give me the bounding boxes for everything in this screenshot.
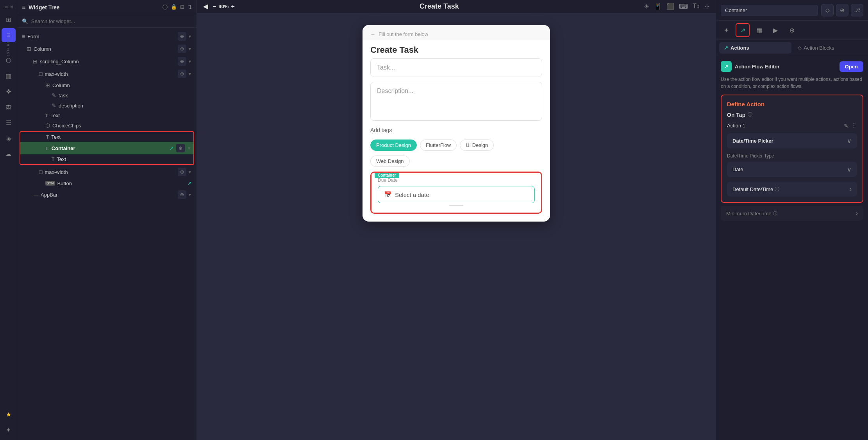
date-chevron-icon: ∨ xyxy=(847,166,852,173)
date-select-field[interactable]: 📅 Select a date xyxy=(378,186,535,203)
form-icon: ≡ xyxy=(22,33,25,39)
paint-tab-icon[interactable]: ✦ xyxy=(719,23,733,37)
on-tap-row: On Tap ⓘ xyxy=(727,111,857,118)
tag-flutterflow[interactable]: FlutterFlow xyxy=(420,140,457,151)
components-icon[interactable]: ❖ xyxy=(2,84,16,98)
collapse-icon[interactable]: ⊟ xyxy=(180,4,184,11)
sort-icon[interactable]: ⇅ xyxy=(188,4,192,11)
tab-icons-row: ✦ ↗ ▦ ▶ ⊕ xyxy=(716,21,868,40)
scrolling-col-add-btn[interactable]: ⊕ xyxy=(178,57,186,66)
open-btn[interactable]: Open xyxy=(839,61,863,72)
tag-product-design[interactable]: Product Design xyxy=(370,140,417,151)
date-dropdown[interactable]: Date ∨ xyxy=(727,162,857,177)
tree-item-text-highlighted-bottom[interactable]: T Text xyxy=(20,154,194,165)
action-more-btn[interactable]: ⋮ xyxy=(851,122,857,129)
column1-chevron[interactable]: ▼ xyxy=(188,45,192,53)
list-icon[interactable]: ☰ xyxy=(2,116,16,130)
tree-item-choicechips[interactable]: ⬡ ChoiceChips xyxy=(17,120,196,131)
tree-item-appbar[interactable]: — AppBar ⊕ ▼ xyxy=(17,188,196,201)
desc-icon: ✎ xyxy=(52,102,56,109)
star-icon[interactable]: ★ xyxy=(2,407,16,421)
appbar-chevron[interactable]: ▼ xyxy=(188,190,192,199)
maxwidth1-add-btn[interactable]: ⊕ xyxy=(178,70,186,78)
text-bottom-icon: T xyxy=(23,157,54,162)
scrolling-col-chevron[interactable]: ▼ xyxy=(188,57,192,66)
datetime-picker-dropdown[interactable]: Date/Time Picker ∨ xyxy=(727,133,857,148)
component-plus-icon-btn[interactable]: ⊕ xyxy=(836,4,848,16)
description-input[interactable]: Description... xyxy=(370,82,542,121)
image-icon[interactable]: 🖼 xyxy=(2,100,16,114)
subtitle-text: Fill out the form below xyxy=(379,31,428,37)
appbar-add-btn[interactable]: ⊕ xyxy=(178,190,186,199)
tree-item-description[interactable]: ✎ description xyxy=(17,100,196,111)
settings-icon[interactable]: ✦ xyxy=(2,423,16,437)
sun-icon[interactable]: ☀ xyxy=(644,3,649,10)
action-blocks-tab[interactable]: ◇ Action Blocks xyxy=(793,42,865,54)
widget-tree-header: ≡ Widget Tree ⓘ 🔒 ⊟ ⇅ xyxy=(17,0,196,15)
zoom-in-btn[interactable]: + xyxy=(231,3,234,10)
play-tab-icon[interactable]: ▶ xyxy=(768,23,782,37)
text-size-icon[interactable]: T↕ xyxy=(693,3,700,10)
plus-tab-icon[interactable]: ⊕ xyxy=(785,23,799,37)
default-datetime-chevron-icon: › xyxy=(850,186,852,193)
min-datetime-row[interactable]: Minimum Date/Time ⓘ › xyxy=(721,206,863,221)
appbar-actions: ⊕ ▼ xyxy=(178,190,192,199)
maxwidth1-chevron[interactable]: ▼ xyxy=(188,70,192,78)
container-action-icon: ↗ xyxy=(169,145,174,151)
cloud-icon[interactable]: ☁ xyxy=(2,147,16,161)
tree-item-text1[interactable]: T Text xyxy=(17,111,196,120)
tag-web-design[interactable]: Web Design xyxy=(370,156,410,167)
default-datetime-row[interactable]: Default Date/Time ⓘ › xyxy=(727,182,857,197)
maxwidth2-add-btn[interactable]: ⊕ xyxy=(178,168,186,176)
canvas-content: ← Fill out the form below Create Task Ta… xyxy=(197,13,716,440)
grid-icon[interactable]: ⊞ xyxy=(2,13,16,27)
tree-item-form[interactable]: ≡ Form ⊕ ▼ xyxy=(17,30,196,43)
tree-item-column4[interactable]: ⊞ Column xyxy=(17,80,196,90)
add-tags-label: Add tags xyxy=(370,125,542,135)
form-chevron[interactable]: ▼ xyxy=(188,32,192,41)
min-datetime-label: Minimum Date/Time ⓘ xyxy=(726,211,777,216)
code-icon[interactable]: ◈ xyxy=(2,131,16,145)
info-icon[interactable]: ⓘ xyxy=(163,4,168,11)
tree-item-task[interactable]: ✎ task xyxy=(17,90,196,100)
table-tab-icon[interactable]: ▦ xyxy=(752,23,766,37)
phone-icon[interactable]: 📱 xyxy=(654,3,662,10)
branch-icon-btn[interactable]: ⎇ xyxy=(851,4,863,16)
scrolling-col-icon: ⊞ xyxy=(33,58,38,64)
tablet-icon[interactable]: ⬛ xyxy=(666,3,674,10)
tree-label-task: task xyxy=(59,93,192,98)
form-add-btn[interactable]: ⊕ xyxy=(178,32,186,41)
search-input[interactable] xyxy=(31,18,192,24)
tree-item-maxwidth2[interactable]: □ max-width ⊕ ▼ xyxy=(17,166,196,178)
column1-add-btn[interactable]: ⊕ xyxy=(178,45,186,53)
keyboard-icon[interactable]: ⌨ xyxy=(679,3,688,10)
actions-tab[interactable]: ↗ Actions xyxy=(719,42,791,54)
maxwidth2-chevron[interactable]: ▼ xyxy=(188,168,192,176)
tree-item-button[interactable]: BTN Button ↗ xyxy=(17,178,196,188)
diamond-icon-btn[interactable]: ◇ xyxy=(821,4,834,16)
action-edit-btn[interactable]: ✎ xyxy=(844,123,848,129)
tree-item-text-highlighted-top[interactable]: T Text xyxy=(20,131,194,142)
tree-item-scrolling-column[interactable]: ⊞ scrolling_Column ⊕ ▼ xyxy=(17,55,196,68)
tree-label-text-bottom: Text xyxy=(57,156,191,162)
hexagon-icon[interactable]: ⬡ xyxy=(2,53,16,67)
calendar-icon: 📅 xyxy=(384,191,392,198)
choicechips-icon: ⬡ xyxy=(45,122,50,129)
back-btn[interactable]: ◀ xyxy=(203,3,208,10)
due-date-title: Due Date xyxy=(378,177,535,183)
lock-icon[interactable]: 🔒 xyxy=(171,4,177,11)
tag-ui-design[interactable]: UI Design xyxy=(460,140,494,151)
grid3-icon[interactable]: ▦ xyxy=(2,69,16,83)
form-actions: ⊕ ▼ xyxy=(178,32,192,41)
share-icon[interactable]: ⊹ xyxy=(704,3,709,10)
container-name-input[interactable] xyxy=(721,5,818,16)
tree-item-column1[interactable]: ⊞ Column ⊕ ▼ xyxy=(17,43,196,55)
maxwidth1-icon: □ xyxy=(39,71,42,77)
actions-tab-icon[interactable]: ↗ xyxy=(736,23,750,37)
container-add-btn[interactable]: ⊕ xyxy=(176,144,185,152)
task-input[interactable]: Task... xyxy=(370,58,542,77)
tree-item-maxwidth1[interactable]: □ max-width ⊕ ▼ xyxy=(17,68,196,80)
container-chevron[interactable]: ▼ xyxy=(187,146,191,150)
zoom-out-btn[interactable]: − xyxy=(213,3,216,10)
tree-item-container-highlighted[interactable]: □ Container ↗ ⊕ ▼ xyxy=(20,142,194,154)
